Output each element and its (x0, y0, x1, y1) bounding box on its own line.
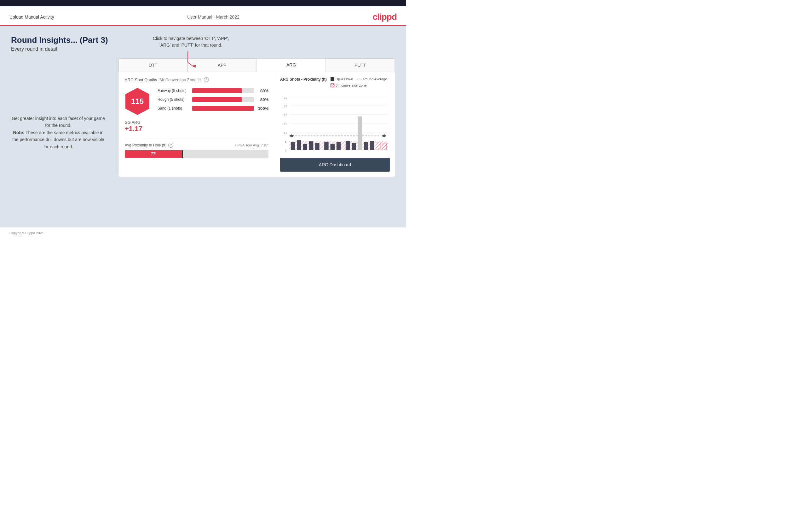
legend-hatched-icon (331, 83, 334, 87)
sg-value: +1.17 (125, 125, 268, 133)
top-section: Round Insights... (Part 3) Every round i… (11, 35, 395, 52)
shot-row-sand: Sand (1 shots) 100% (158, 106, 268, 111)
legend-dashed-icon (356, 79, 362, 79)
proximity-bar-fill: 77' (125, 150, 182, 158)
legend-6ft-zone: 6 ft conversion zone (331, 83, 366, 87)
annotation-arrow (182, 50, 200, 69)
hex-score-container: 115 (125, 87, 150, 116)
shot-row-fairway: Fairway (5 shots) 80% (158, 88, 268, 93)
proximity-cursor (182, 150, 183, 158)
bar-6 (324, 142, 328, 150)
navigation-annotation: Click to navigate between 'OTT', 'APP','… (153, 35, 229, 69)
shot-label-fairway: Fairway (5 shots) (158, 89, 189, 93)
legend-round-avg-label: Round Average (363, 77, 387, 81)
legend-up-down: Up & Down (331, 77, 353, 81)
proximity-section: Avg Proximity to Hole (ft) ? ↑ PGA Tour … (125, 138, 268, 158)
y-label-20: 20 (284, 113, 287, 117)
bar-7 (331, 144, 335, 150)
bar-1 (291, 142, 295, 150)
bar-10 (352, 143, 356, 150)
bar-pct-rough: 80% (257, 97, 268, 102)
upload-manual-activity-label: Upload Manual Activity (9, 14, 54, 19)
copyright-text: Copyright Clippd 2021 (9, 231, 44, 235)
user-manual-date: User Manual - March 2022 (187, 14, 240, 19)
y-label-15: 15 (284, 122, 287, 126)
round-avg-marker-left (289, 134, 294, 137)
section-header: ARG Shot Quality 6ft Conversion Zone % ? (125, 77, 268, 82)
left-panel: Get greater insight into each facet of y… (11, 58, 106, 150)
legend-6ft-zone-label: 6 ft conversion zone (336, 83, 366, 87)
bar-5 (315, 143, 319, 150)
insight-text: Get greater insight into each facet of y… (11, 115, 106, 150)
proximity-help-icon[interactable]: ? (168, 143, 173, 148)
sg-section: SG ARG +1.17 (125, 120, 268, 133)
legend-sq-icon (331, 77, 334, 81)
header: Upload Manual Activity User Manual - Mar… (0, 6, 406, 26)
top-bar (0, 0, 406, 6)
proximity-label-group: Avg Proximity to Hole (ft) ? (125, 143, 173, 148)
round-avg-marker-right (382, 134, 386, 137)
bar-12 (370, 141, 374, 150)
section-sublabel: 6ft Conversion Zone % (160, 77, 201, 82)
shot-label-sand: Sand (1 shots) (158, 106, 189, 111)
bar-fairway (192, 88, 254, 93)
chart-header: ARG Shots - Proximity (ft) Up & Down Rou… (280, 77, 390, 87)
proximity-value: 77' (151, 152, 156, 156)
main-content: Round Insights... (Part 3) Every round i… (0, 26, 406, 227)
bar-rough (192, 97, 254, 102)
bar-9 (346, 141, 350, 150)
bar-fill-sand (192, 106, 254, 111)
bar-hatch-2 (382, 143, 387, 150)
sg-label: SG ARG (125, 120, 268, 125)
tab-arg[interactable]: ARG (257, 59, 326, 72)
hex-score-row: 115 Fairway (5 shots) 80% (125, 87, 268, 116)
legend-up-down-label: Up & Down (336, 77, 353, 81)
proximity-label: Avg Proximity to Hole (ft) (125, 143, 166, 148)
bar-tall (358, 116, 362, 150)
bar-hatch-1 (376, 142, 380, 150)
chart-legend: Up & Down Round Average 6 ft conversion … (331, 77, 390, 87)
bar-pct-fairway: 80% (257, 89, 268, 93)
tab-putt[interactable]: PUTT (326, 59, 395, 72)
y-label-30: 30 (284, 96, 287, 99)
card-right-section: ARG Shots - Proximity (ft) Up & Down Rou… (275, 72, 395, 177)
round-insights-card: OTT APP ARG PUTT ARG Shot Quality 6ft Co… (118, 58, 395, 177)
hex-score-value: 115 (131, 97, 144, 106)
y-label-10: 10 (284, 131, 287, 134)
footer: Copyright Clippd 2021 (0, 227, 406, 239)
card-left-section: ARG Shot Quality 6ft Conversion Zone % ?… (118, 72, 275, 177)
card-body: ARG Shot Quality 6ft Conversion Zone % ?… (118, 72, 395, 177)
legend-round-avg: Round Average (356, 77, 387, 81)
bar-fill-fairway (192, 88, 242, 93)
y-label-25: 25 (284, 105, 287, 108)
arg-dashboard-button[interactable]: ARG Dashboard (280, 158, 390, 172)
bar-fill-rough (192, 97, 242, 102)
clippd-logo: clippd (373, 12, 397, 22)
y-label-5: 5 (285, 140, 287, 143)
bar-2 (297, 140, 301, 150)
bar-3 (303, 144, 308, 150)
shot-label-rough: Rough (5 shots) (158, 97, 189, 102)
proximity-bar: 77' (125, 150, 268, 158)
bar-chart-svg: 0 5 10 15 20 25 30 (280, 91, 390, 154)
shot-quality-list: Fairway (5 shots) 80% Rough (5 shots) (158, 88, 268, 115)
annotation-text: Click to navigate between 'OTT', 'APP','… (153, 35, 229, 49)
bar-4 (309, 142, 313, 150)
bar-8 (337, 142, 341, 150)
chart-title: ARG Shots - Proximity (ft) (280, 77, 327, 81)
pga-avg-label: ↑ PGA Tour Avg: 7'10" (235, 143, 268, 147)
section-label: ARG Shot Quality (125, 77, 157, 82)
bar-11 (364, 142, 368, 150)
proximity-header: Avg Proximity to Hole (ft) ? ↑ PGA Tour … (125, 143, 268, 148)
help-icon[interactable]: ? (204, 77, 209, 82)
shot-row-rough: Rough (5 shots) 80% (158, 97, 268, 102)
svg-line-1 (188, 62, 194, 67)
note-label: Note: (13, 130, 24, 135)
bar-sand (192, 106, 254, 111)
bar-chart-area: 0 5 10 15 20 25 30 (280, 91, 390, 154)
bar-pct-sand: 100% (257, 106, 268, 111)
content-layout: Get greater insight into each facet of y… (11, 58, 395, 177)
y-label-0: 0 (285, 149, 287, 152)
